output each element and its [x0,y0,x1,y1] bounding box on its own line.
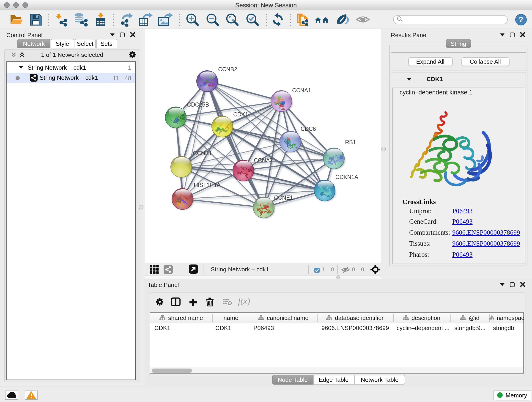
svg-text:CDC25B: CDC25B [187,101,209,108]
svg-text:?: ? [519,15,524,24]
svg-text:CDKN1A: CDKN1A [336,174,358,180]
svg-text:CCNB2: CCNB2 [218,66,237,72]
svg-text:CDK1: CDK1 [233,111,248,118]
svg-text:CCNE1: CCNE1 [274,194,293,201]
svg-text:CDC6: CDC6 [301,126,316,132]
svg-text:RB1: RB1 [345,139,356,145]
svg-text:CCNB1: CCNB1 [193,150,212,156]
svg-text:CCNA2: CCNA2 [254,157,273,163]
svg-text:CCNA1: CCNA1 [292,87,311,94]
svg-text:HIST1H1A: HIST1H1A [194,182,221,188]
